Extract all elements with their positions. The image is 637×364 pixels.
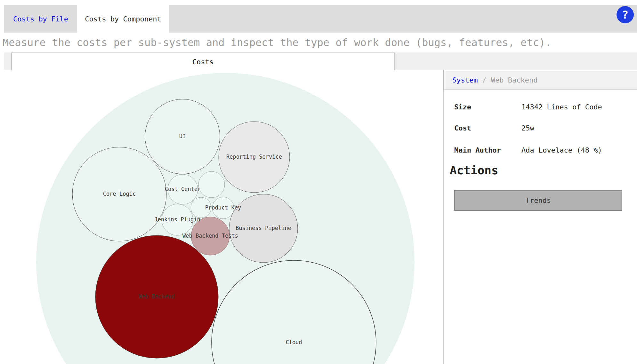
costs-bubble-chart[interactable]: Core LogicUIReporting ServiceCost Center… (0, 70, 443, 364)
bubble-label-jenkins-plugin: Jenkins Plugin (154, 216, 200, 223)
question-mark-glyph: ? (622, 9, 628, 20)
bubble-label-web-backend-tests: Web Backend Tests (182, 233, 238, 239)
detail-row-size: Size 14342 Lines of Code (454, 102, 633, 112)
chart-tab-bar: Costs (4, 52, 637, 70)
tab-costs-by-component-label: Costs by Component (85, 15, 161, 23)
bubble-label-product-key: Product Key (205, 204, 241, 211)
page-subtitle: Measure the costs per sub-system and ins… (3, 36, 552, 49)
bubble-label-reporting-service: Reporting Service (226, 154, 282, 160)
breadcrumb-system-link[interactable]: System (452, 76, 478, 84)
detail-row-main-author: Main Author Ada Lovelace (48 %) (454, 145, 633, 155)
size-label: Size (454, 103, 521, 111)
main-author-label: Main Author (454, 146, 521, 154)
tab-costs-by-file-label: Costs by File (13, 15, 68, 23)
cost-value: 25w (521, 124, 534, 132)
detail-panel: System / Web Backend Size 14342 Lines of… (444, 70, 637, 364)
tab-costs-by-component[interactable]: Costs by Component (77, 5, 169, 33)
tab-costs[interactable]: Costs (11, 52, 395, 70)
main-author-value: Ada Lovelace (48 %) (521, 146, 602, 154)
tab-costs-label: Costs (192, 58, 214, 66)
bubble-module-small-1[interactable] (198, 171, 225, 198)
cost-label: Cost (454, 124, 521, 132)
breadcrumb-current: Web Backend (491, 76, 538, 84)
bubble-label-cost-center: Cost Center (165, 186, 201, 192)
trends-button[interactable]: Trends (454, 190, 622, 211)
bubble-label-business-pipeline: Business Pipeline (236, 225, 291, 231)
breadcrumb: System / Web Backend (444, 71, 637, 90)
bubble-label-web-backend: Web Backend (139, 293, 175, 300)
bubble-label-ui: UI (179, 133, 186, 139)
bubble-label-core-logic: Core Logic (103, 191, 136, 197)
detail-row-cost: Cost 25w (454, 123, 633, 133)
breadcrumb-separator: / (482, 76, 486, 84)
tab-costs-by-file[interactable]: Costs by File (4, 5, 77, 33)
help-icon[interactable]: ? (617, 6, 634, 23)
bubble-chart-svg: Core LogicUIReporting ServiceCost Center… (0, 70, 443, 364)
top-tab-bar: Costs by File Costs by Component (4, 5, 637, 33)
bubble-label-cloud: Cloud (286, 339, 302, 345)
size-value: 14342 Lines of Code (521, 103, 602, 111)
actions-heading: Actions (450, 164, 498, 177)
